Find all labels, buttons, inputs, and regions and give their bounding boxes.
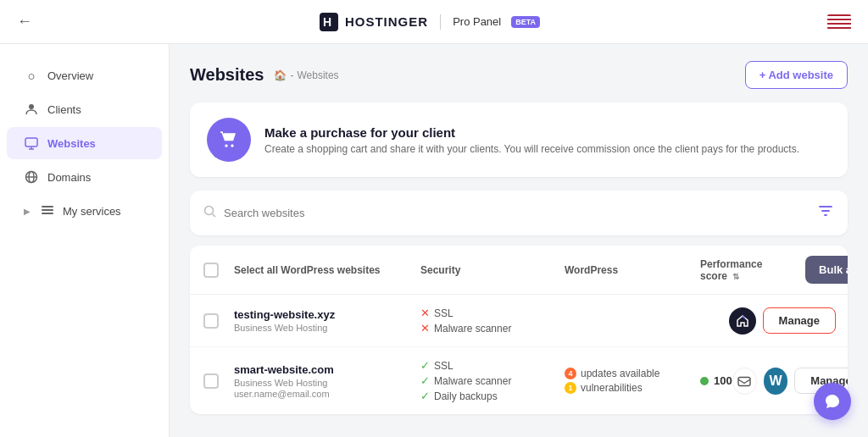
row2-wordpress: 4 updates available 1 vulnerabilities [565,368,700,394]
vulns-dot: 1 [565,382,576,394]
svg-rect-8 [42,209,53,211]
malware-label: Malware scanner [434,323,511,335]
page-header: Websites 🏠 - Websites + Add website [190,61,848,89]
svg-point-13 [231,145,234,147]
vulns-label: vulnerabilities [581,382,643,394]
updates-label: updates available [581,368,659,379]
add-website-button[interactable]: + Add website [745,61,848,89]
sidebar-label-my-services: My services [63,205,121,218]
malware-error-icon: ✕ [420,322,430,335]
svg-point-2 [29,104,34,109]
back-button[interactable]: ← [17,13,32,30]
table-row: smart-website.com Business Web Hosting u… [190,347,848,414]
overview-icon: ○ [24,68,39,83]
sidebar-item-domains[interactable]: Domains [7,161,162,193]
row2-mail-icon[interactable] [732,368,757,395]
ssl-label: SSL [434,307,453,319]
row2-ssl: ✓ SSL [420,359,565,372]
sidebar-label-domains: Domains [47,171,91,184]
websites-table: Select all WordPress websites Security W… [190,246,848,414]
backups-ok-icon: ✓ [420,390,430,402]
row2-wp-vulns: 1 vulnerabilities [565,382,700,394]
svg-rect-3 [25,138,37,147]
col-header-security: Security [420,264,565,276]
my-services-icon [41,203,54,219]
row1-checkbox[interactable] [203,313,219,329]
row1-site-host: Business Web Hosting [234,323,420,333]
breadcrumb: 🏠 - Websites [274,69,338,81]
bulk-actions-button[interactable]: Bulk actions [805,256,848,284]
row2-wp-updates: 4 updates available [565,368,700,379]
row1-site-name: testing-website.xyz [234,308,420,321]
clients-icon [24,102,39,117]
sidebar: ○ Overview Clients Websites Domains ▶ [0,44,170,437]
row2-security: ✓ SSL ✓ Malware scanner ✓ Daily backups [420,359,565,402]
sidebar-item-overview[interactable]: ○ Overview [7,59,162,91]
updates-dot: 4 [565,368,576,379]
svg-point-12 [225,145,228,147]
ssl-ok-icon: ✓ [420,359,430,372]
expand-arrow-icon: ▶ [24,207,31,216]
header: ← H HOSTINGER Pro Panel BETA [0,0,868,44]
logo-name: HOSTINGER [345,14,428,29]
svg-text:H: H [323,15,331,29]
sort-icon: ⇅ [732,272,739,281]
sidebar-item-clients[interactable]: Clients [7,93,162,125]
sidebar-item-my-services[interactable]: ▶ My services [7,195,162,228]
malware-ok-icon: ✓ [420,374,430,387]
perf-dot [700,377,709,385]
dashboard-icon [735,313,750,329]
filter-icon[interactable] [817,202,834,224]
search-input[interactable] [224,207,817,219]
svg-rect-9 [42,213,53,214]
sidebar-label-websites: Websites [47,137,96,150]
col-header-performance: Performance score ⇅ [700,258,762,282]
row2-wp-icon[interactable]: W [764,368,788,395]
row2-site-name: smart-website.com [234,363,420,376]
breadcrumb-label: Websites [297,69,338,81]
domains-icon [24,169,39,185]
row2-site-host: Business Web Hosting [234,378,420,388]
row1-site-info: testing-website.xyz Business Web Hosting [234,308,420,333]
row2-performance: 100 [700,374,732,387]
perf-score: 100 [714,374,732,387]
page-title: Websites [190,65,264,85]
row2-backups: ✓ Daily backups [420,390,565,402]
ssl-ok-label: SSL [434,360,453,372]
table-header-row: Select all WordPress websites Security W… [190,246,848,295]
row2-checkbox[interactable] [203,373,219,389]
row1-actions: Manage [700,307,836,335]
malware-ok-label: Malware scanner [434,375,511,387]
sidebar-label-clients: Clients [47,103,81,116]
promo-card: Make a purchase for your client Create a… [190,102,848,177]
ssl-error-icon: ✕ [420,307,430,319]
breadcrumb-sep: - [290,69,293,81]
beta-badge: BETA [511,16,540,28]
logo-divider [440,14,441,30]
logo: H HOSTINGER Pro Panel BETA [320,13,540,31]
row1-manage-button[interactable]: Manage [763,307,836,334]
select-all-checkbox[interactable] [203,263,219,278]
sidebar-item-websites[interactable]: Websites [7,127,162,159]
page-title-area: Websites 🏠 - Websites [190,65,339,85]
websites-icon [24,136,39,151]
svg-point-14 [205,207,214,215]
promo-description: Create a shopping cart and share it with… [264,143,799,155]
col-header-select-all: Select all WordPress websites [234,264,420,276]
cart-icon [218,129,240,151]
row2-site-email: user.name@email.com [234,389,420,399]
row1-ssl: ✕ SSL [420,307,565,319]
main-layout: ○ Overview Clients Websites Domains ▶ [0,44,868,437]
language-flag[interactable] [827,14,851,30]
hostinger-logo-icon: H [320,13,338,31]
sidebar-label-overview: Overview [47,69,93,82]
logo-panel: Pro Panel [453,15,501,28]
svg-rect-15 [738,377,750,385]
search-icon [203,205,217,221]
col-header-wordpress: WordPress [565,264,700,276]
row1-dashboard-icon[interactable] [729,307,756,335]
chat-bubble[interactable] [814,383,851,420]
row2-malware: ✓ Malware scanner [420,374,565,387]
table-row: testing-website.xyz Business Web Hosting… [190,295,848,347]
svg-rect-7 [42,206,53,207]
